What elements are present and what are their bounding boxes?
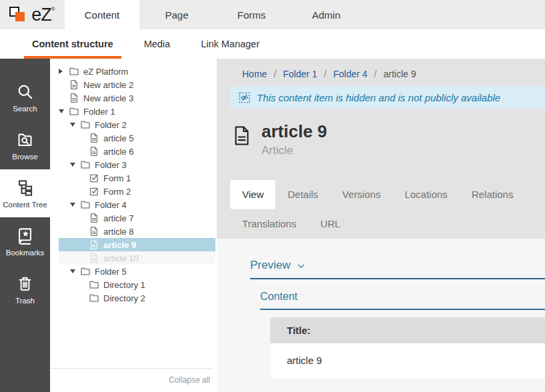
sidebar-item-bookmarks[interactable]: Bookmarks <box>0 217 50 265</box>
tab-translations[interactable]: Translations <box>230 209 308 239</box>
preview-section-toggle[interactable]: Preview <box>250 259 545 272</box>
expand-arrow-expanded[interactable] <box>70 163 80 167</box>
tree-item-article-10-hidden[interactable]: article 10 <box>59 251 215 265</box>
content-title-block: article 9 Article <box>231 122 545 157</box>
tree-item-article-6[interactable]: article 6 <box>59 145 215 158</box>
tree-item-label: Folder 5 <box>95 267 127 277</box>
content-type-label: Article <box>261 144 327 157</box>
content-fields-section: Content Title: article 9 <box>260 291 545 379</box>
top-bar: eZ ® Content Page Forms Admin <box>0 0 545 29</box>
tree-item-directory-1[interactable]: Directory 1 <box>59 278 215 291</box>
chevron-down-icon <box>296 261 306 271</box>
expand-arrow-expanded[interactable] <box>70 123 80 127</box>
tree-item-directory-2[interactable]: Directory 2 <box>59 291 215 305</box>
tree-item-label: Form 2 <box>103 187 131 197</box>
folder-icon <box>80 199 91 210</box>
subnav-media-label: Media <box>144 39 171 49</box>
tree-item-label: Directory 1 <box>103 280 145 290</box>
subnav-content-structure[interactable]: Content structure <box>32 29 113 59</box>
tab-url[interactable]: URL <box>308 209 352 239</box>
tab-versions[interactable]: Versions <box>330 180 393 209</box>
folder-icon <box>80 266 91 277</box>
nav-tab-forms-label: Forms <box>237 9 266 21</box>
tab-relations[interactable]: Relations <box>460 180 526 209</box>
tree-item-article-9-selected[interactable]: article 9 <box>59 238 215 251</box>
content-section-heading: Content <box>260 291 545 310</box>
expand-arrow-expanded[interactable] <box>70 269 80 273</box>
field-title-value: article 9 <box>270 343 545 379</box>
ez-logo[interactable]: eZ ® <box>0 0 65 29</box>
nav-tab-content-label: Content <box>85 9 120 21</box>
nav-tab-forms[interactable]: Forms <box>214 0 289 29</box>
preview-section-label: Preview <box>250 259 290 272</box>
tree-item-label: Folder 4 <box>95 200 127 210</box>
sidebar-item-search[interactable]: Search <box>0 73 50 121</box>
ez-logo-registered-mark: ® <box>51 6 55 12</box>
tree-item-article-7[interactable]: article 7 <box>59 211 215 225</box>
folder-icon <box>80 159 91 170</box>
subnav-media[interactable]: Media <box>144 29 171 59</box>
tree-item-ez-platform[interactable]: eZ Platform <box>59 65 215 78</box>
hidden-content-notice: This content item is hidden and is not p… <box>230 87 545 109</box>
tree-item-form-2[interactable]: Form 2 <box>59 185 215 198</box>
breadcrumb-folder-4-link[interactable]: Folder 4 <box>334 69 368 79</box>
expand-arrow-expanded[interactable] <box>70 203 80 207</box>
article-icon <box>69 93 79 103</box>
tree-item-new-article-3[interactable]: New article 3 <box>59 91 215 105</box>
tab-details[interactable]: Details <box>276 180 330 209</box>
article-icon <box>89 239 99 250</box>
page-title: article 9 <box>261 122 327 141</box>
expand-arrow-collapsed[interactable] <box>59 69 69 74</box>
tree-item-folder-1[interactable]: Folder 1 <box>59 105 215 118</box>
sidebar-item-trash[interactable]: Trash <box>0 265 50 313</box>
tree-item-article-5[interactable]: article 5 <box>59 131 215 145</box>
field-title-label: Title: <box>270 317 545 343</box>
tree-item-label: article 9 <box>103 240 136 250</box>
tree-item-label: New article 2 <box>83 80 133 90</box>
nav-tab-admin[interactable]: Admin <box>289 0 364 29</box>
breadcrumb: Home / Folder 1 / Folder 4 / article 9 <box>217 59 545 79</box>
view-tab-panel: Preview Content Title: article 9 <box>217 239 545 392</box>
nav-tab-content[interactable]: Content <box>65 0 139 29</box>
tree-item-folder-4[interactable]: Folder 4 <box>59 198 215 211</box>
tree-item-folder-2[interactable]: Folder 2 <box>59 118 215 131</box>
tree-item-article-8[interactable]: article 8 <box>59 225 215 238</box>
ez-logo-text: eZ <box>31 5 51 25</box>
sidebar-item-content-tree[interactable]: Content Tree <box>0 169 50 217</box>
article-icon <box>89 133 99 143</box>
tree-item-label: Folder 2 <box>95 120 127 130</box>
left-sidebar: Search Browse Content Tree Bookmarks Tra… <box>0 59 50 392</box>
nav-tab-page-label: Page <box>165 9 188 21</box>
tree-item-label: article 5 <box>103 133 134 143</box>
breadcrumb-home-link[interactable]: Home <box>242 69 267 79</box>
content-tab-bar: View Details Versions Locations Relation… <box>230 180 544 239</box>
subnav-link-manager-label: Link Manager <box>201 39 259 49</box>
tree-item-new-article-2[interactable]: New article 2 <box>59 78 215 91</box>
article-icon <box>89 226 99 237</box>
hidden-content-notice-text: This content item is hidden and is not p… <box>257 92 500 103</box>
bookmarks-icon <box>16 227 34 245</box>
tree-item-folder-3[interactable]: Folder 3 <box>59 158 215 171</box>
sidebar-item-browse[interactable]: Browse <box>0 121 50 169</box>
sidebar-item-bookmarks-label: Bookmarks <box>6 249 45 257</box>
article-icon <box>89 213 99 223</box>
content-main: Home / Folder 1 / Folder 4 / article 9 T… <box>217 59 545 392</box>
tree-item-label: Directory 2 <box>103 293 145 303</box>
breadcrumb-current: article 9 <box>384 69 416 79</box>
tab-locations[interactable]: Locations <box>393 180 460 209</box>
tab-view[interactable]: View <box>230 180 276 209</box>
tree-item-label: New article 3 <box>83 93 133 103</box>
tree-item-folder-5[interactable]: Folder 5 <box>59 265 215 278</box>
collapse-all-link[interactable]: Collapse all <box>169 375 210 385</box>
tree-item-form-1[interactable]: Form 1 <box>59 171 215 185</box>
tree-item-label: Form 1 <box>103 173 131 183</box>
folder-icon <box>80 119 91 130</box>
nav-tab-page[interactable]: Page <box>139 0 214 29</box>
subnav-link-manager[interactable]: Link Manager <box>201 29 259 59</box>
tree-item-label: Folder 3 <box>95 160 127 170</box>
search-icon <box>16 83 34 101</box>
breadcrumb-folder-1-link[interactable]: Folder 1 <box>283 69 317 79</box>
content-tree-icon <box>16 179 34 197</box>
form-icon <box>89 173 99 183</box>
expand-arrow-expanded[interactable] <box>59 109 69 113</box>
